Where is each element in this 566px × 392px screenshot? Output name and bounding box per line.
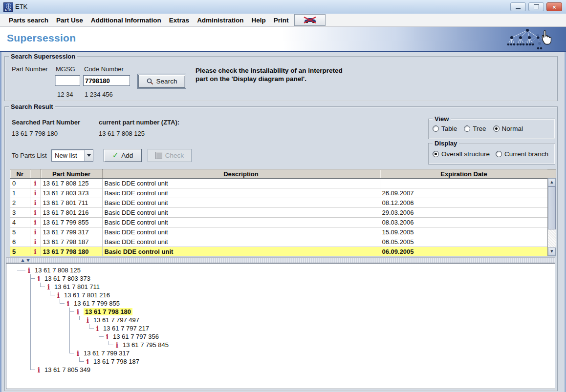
info-icon[interactable]: i — [104, 333, 110, 341]
info-icon[interactable]: i — [30, 198, 41, 208]
tree-node-label: 13 61 7 805 349 — [44, 366, 90, 373]
info-icon[interactable]: i — [94, 325, 101, 332]
tree-node[interactable]: i13 61 7 801 216 — [6, 291, 555, 299]
tree-line — [45, 299, 55, 308]
tree-node[interactable]: i13 61 7 795 845 — [6, 341, 555, 349]
menu-item-additional-information[interactable]: Additional Information — [87, 17, 165, 24]
check-button[interactable]: Check — [148, 149, 192, 162]
tree-node[interactable]: i13 61 7 797 217 — [6, 324, 555, 332]
column-header — [30, 169, 41, 179]
tree-node[interactable]: i13 61 7 797 356 — [6, 332, 555, 341]
cell-part-number: 13 61 7 801 711 — [41, 198, 102, 208]
info-icon[interactable]: i — [114, 341, 120, 349]
tree-node[interactable]: i13 61 7 799 317 — [6, 349, 555, 357]
tree-line — [65, 341, 75, 349]
tree-line — [36, 341, 45, 349]
info-icon[interactable]: i — [30, 218, 41, 227]
menu-bar: Parts searchPart UseAdditional Informati… — [0, 14, 566, 27]
mgsg-input[interactable] — [55, 75, 80, 86]
table-row[interactable]: 1i13 61 7 803 373Basic DDE control unit2… — [10, 188, 547, 198]
result-table: NrPart NumberDescriptionExpiration Date … — [10, 169, 556, 256]
table-row[interactable]: 2i13 61 7 801 711Basic DDE control unit0… — [10, 198, 547, 208]
menu-item-administration[interactable]: Administration — [193, 17, 247, 24]
tree-node[interactable]: i13 61 7 797 497 — [6, 316, 555, 324]
search-button[interactable]: Search — [138, 75, 185, 88]
to-parts-list-label: To Parts List — [12, 152, 47, 159]
scroll-track[interactable] — [548, 229, 556, 248]
radio-circle[interactable] — [433, 125, 439, 132]
language-toggle-button[interactable] — [294, 14, 326, 26]
table-scrollbar[interactable]: ▲ ▼ — [547, 178, 556, 256]
scroll-down-button[interactable]: ▼ — [548, 248, 556, 256]
info-icon[interactable]: i — [85, 316, 91, 324]
radio-option-normal[interactable]: Normal — [493, 125, 523, 132]
info-icon[interactable]: i — [30, 179, 41, 188]
info-icon[interactable]: i — [36, 366, 42, 374]
info-icon[interactable]: i — [75, 308, 81, 316]
info-icon[interactable]: i — [30, 247, 41, 256]
current-part-value: 13 61 7 808 125 — [99, 130, 145, 137]
cell-description: Basic DDE control unit — [102, 237, 380, 247]
info-icon[interactable]: i — [65, 300, 71, 308]
info-icon[interactable]: i — [30, 237, 41, 247]
radio-circle[interactable] — [433, 151, 439, 157]
info-icon[interactable]: i — [36, 275, 42, 283]
info-icon[interactable]: i — [55, 291, 62, 299]
splitter-bar[interactable]: ▲▼ — [6, 257, 555, 263]
table-row[interactable]: 0i13 61 7 808 125Basic DDE control unit — [10, 179, 547, 188]
parts-list-select[interactable]: New list — [51, 149, 93, 162]
tree-node[interactable]: i13 61 7 801 711 — [6, 283, 555, 291]
search-supersession-legend: Search Supersession — [9, 53, 77, 60]
tree-node[interactable]: i13 61 7 805 349 — [6, 366, 555, 374]
column-header: Expiration Date — [380, 169, 547, 179]
close-button[interactable]: × — [546, 2, 562, 11]
radio-circle[interactable] — [464, 125, 470, 132]
menu-item-print[interactable]: Print — [270, 17, 293, 24]
menu-item-parts-search[interactable]: Parts search — [5, 17, 52, 24]
info-icon[interactable]: i — [75, 350, 81, 357]
menu-item-help[interactable]: Help — [247, 17, 269, 24]
add-button[interactable]: ✓ Add — [104, 149, 142, 162]
info-icon[interactable]: i — [30, 227, 41, 237]
tree-node[interactable]: i13 61 7 798 180 — [6, 308, 555, 316]
combo-arrow-button[interactable] — [84, 150, 93, 161]
menu-item-part-use[interactable]: Part Use — [52, 17, 87, 24]
table-row[interactable]: 3i13 61 7 801 216Basic DDE control unit2… — [10, 208, 547, 218]
code-number-input[interactable] — [83, 75, 130, 86]
radio-option-current-branch[interactable]: Current branch — [496, 150, 548, 158]
minimize-button[interactable] — [510, 2, 526, 11]
info-icon[interactable]: i — [30, 208, 41, 218]
scroll-thumb[interactable] — [548, 186, 556, 229]
cell-description: Basic DDE control unit — [102, 247, 380, 256]
table-row[interactable]: 6i13 61 7 798 187Basic DDE control unit0… — [10, 237, 547, 247]
tree-node[interactable]: i13 61 7 808 125 — [6, 266, 555, 274]
table-row[interactable]: 5i13 61 7 798 180Basic DDE control unit0… — [10, 247, 547, 256]
radio-circle[interactable] — [496, 151, 502, 157]
tree-node[interactable]: i13 61 7 799 855 — [6, 299, 555, 308]
scroll-up-button[interactable]: ▲ — [548, 178, 556, 186]
minimize-icon — [516, 8, 521, 9]
tree-line — [85, 332, 94, 341]
globe-icon — [6, 3, 11, 9]
radio-option-tree[interactable]: Tree — [464, 125, 486, 132]
table-row[interactable]: 5i13 61 7 799 317Basic DDE control unit1… — [10, 227, 547, 237]
splitter-collapse-icons[interactable]: ▲▼ — [20, 258, 31, 263]
info-icon[interactable]: i — [26, 267, 32, 274]
cell-expiration-date: 26.09.2007 — [380, 188, 547, 198]
tree-node-label: 13 61 7 797 217 — [103, 325, 149, 332]
radio-option-overall-structure[interactable]: Overall structure — [433, 150, 490, 158]
tree-line — [26, 316, 36, 324]
info-icon[interactable]: i — [30, 188, 41, 198]
tree-line — [55, 316, 65, 324]
info-icon[interactable]: i — [85, 358, 91, 366]
menu-item-extras[interactable]: Extras — [165, 17, 193, 24]
maximize-button[interactable] — [528, 2, 544, 11]
radio-label: Table — [441, 125, 457, 132]
radio-option-table[interactable]: Table — [433, 125, 457, 132]
table-row[interactable]: 4i13 61 7 799 855Basic DDE control unit0… — [10, 218, 547, 227]
radio-circle[interactable] — [493, 125, 500, 132]
tree-node[interactable]: i13 61 7 798 187 — [6, 357, 555, 366]
info-icon[interactable]: i — [45, 283, 52, 291]
tree-node[interactable]: i13 61 7 803 373 — [6, 274, 555, 283]
cell-nr: 3 — [10, 208, 30, 218]
